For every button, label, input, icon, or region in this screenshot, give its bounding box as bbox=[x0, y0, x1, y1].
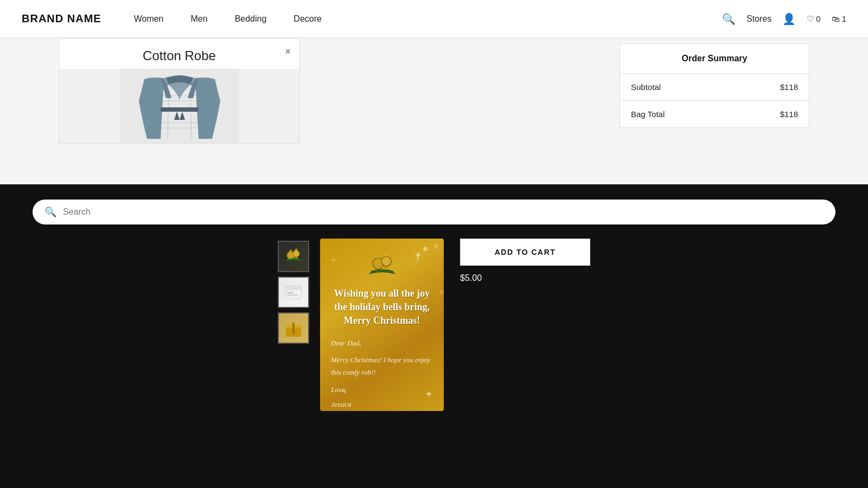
thumbnail-gift[interactable] bbox=[278, 312, 309, 344]
svg-rect-16 bbox=[287, 292, 293, 293]
search-icon[interactable]: 🔍 bbox=[722, 12, 736, 25]
subtotal-label: Subtotal bbox=[631, 82, 661, 92]
product-title: Cotton Robe bbox=[143, 48, 216, 63]
subtotal-value: $118 bbox=[780, 82, 798, 92]
nav-links: Women Men Bedding Decore bbox=[134, 14, 722, 24]
wishlist-badge[interactable]: ♡ 0 bbox=[807, 14, 820, 24]
gold-card: + ✦ + ✦ Wishi bbox=[320, 239, 444, 411]
bag-total-label: Bag Total bbox=[631, 110, 665, 119]
thumbnail-bells[interactable] bbox=[278, 241, 309, 272]
heart-icon: ♡ bbox=[807, 14, 814, 24]
main-area: Cotton Robe × bbox=[0, 38, 868, 488]
search-bar: 🔍 bbox=[33, 200, 835, 224]
search-icon: 🔍 bbox=[44, 206, 56, 218]
card-salutation: Dear Dad, bbox=[331, 337, 433, 349]
svg-rect-17 bbox=[287, 294, 298, 296]
svg-point-22 bbox=[381, 256, 391, 266]
price-label: $5.00 bbox=[460, 273, 590, 283]
account-icon[interactable]: 👤 bbox=[782, 12, 796, 25]
card-bells-icon bbox=[367, 252, 397, 276]
sparkle-br: ✦ bbox=[425, 388, 433, 400]
product-card-header: Cotton Robe × bbox=[59, 38, 299, 69]
order-summary: Order Summary Subtotal $118 Bag Total $1… bbox=[620, 43, 809, 128]
nav-men[interactable]: Men bbox=[191, 14, 208, 24]
search-input[interactable] bbox=[63, 207, 824, 217]
subtotal-row: Subtotal $118 bbox=[620, 74, 809, 101]
nav-women[interactable]: Women bbox=[134, 14, 164, 24]
card-message: Merry Christmas! I hope you enjoy this c… bbox=[331, 354, 433, 379]
sparkle-bl: + bbox=[342, 386, 347, 397]
gift-section: + ✦ + ✦ Wishi bbox=[278, 239, 590, 411]
search-bar-container: 🔍 bbox=[0, 184, 868, 235]
bag-total-row: Bag Total $118 bbox=[620, 101, 809, 127]
navbar: BRAND NAME Women Men Bedding Decore 🔍 St… bbox=[0, 0, 868, 38]
svg-rect-1 bbox=[161, 107, 199, 112]
sparkle-tl: + bbox=[331, 255, 336, 266]
order-summary-title: Order Summary bbox=[620, 44, 809, 74]
thumbnail-column bbox=[278, 241, 309, 344]
robe-illustration bbox=[120, 69, 239, 143]
cart-badge[interactable]: 🛍 1 bbox=[832, 14, 846, 23]
cart-count: 1 bbox=[842, 14, 846, 23]
card-body: Dear Dad, Merry Christmas! I hope you en… bbox=[331, 337, 433, 411]
thumbnail-card[interactable] bbox=[278, 277, 309, 308]
stores-link[interactable]: Stores bbox=[746, 14, 771, 24]
product-card: Cotton Robe × bbox=[59, 38, 300, 144]
wishlist-count: 0 bbox=[816, 14, 820, 23]
svg-point-11 bbox=[293, 251, 299, 257]
card-heading: Wishing you all the joy the holiday bell… bbox=[331, 287, 433, 328]
svg-rect-15 bbox=[285, 286, 302, 290]
nav-bedding[interactable]: Bedding bbox=[235, 14, 267, 24]
add-to-cart-button[interactable]: ADD TO CART bbox=[460, 239, 590, 266]
black-section: 🔍 bbox=[0, 184, 868, 488]
card-signature: Jessica bbox=[331, 398, 433, 410]
action-area: ADD TO CART $5.00 bbox=[460, 239, 590, 283]
nav-right: 🔍 Stores 👤 ♡ 0 🛍 1 bbox=[722, 12, 846, 25]
bag-total-value: $118 bbox=[780, 110, 798, 119]
close-button[interactable]: × bbox=[285, 46, 291, 57]
brand-logo[interactable]: BRAND NAME bbox=[22, 12, 101, 25]
bag-icon: 🛍 bbox=[832, 14, 840, 23]
svg-rect-24 bbox=[385, 266, 387, 268]
svg-rect-20 bbox=[292, 323, 295, 335]
nav-decore[interactable]: Decore bbox=[293, 14, 322, 24]
product-image bbox=[59, 69, 299, 143]
sparkle-tr: ✦ bbox=[414, 249, 422, 261]
